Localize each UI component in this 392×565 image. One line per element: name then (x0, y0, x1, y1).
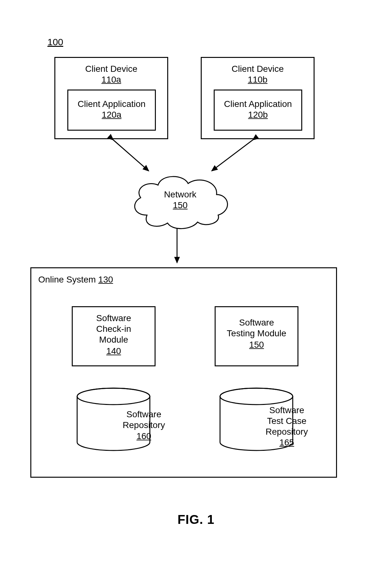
online-system-ref: 130 (98, 275, 113, 284)
network-ref: 150 (123, 200, 237, 211)
software-repo-l2: Repository (106, 420, 182, 431)
testing-ref: 150 (216, 339, 297, 350)
testcase-repo-l2: Test Case (249, 416, 325, 426)
testcase-repo-ref: 165 (249, 437, 325, 448)
network-label: Network (123, 189, 237, 200)
testing-l1: Software (216, 317, 297, 328)
checkin-l3: Module (73, 334, 155, 345)
figure-caption: FIG. 1 (0, 512, 392, 527)
software-checkin-module: Software Check-in Module 140 (72, 306, 156, 366)
software-repo-ref: 160 (106, 431, 182, 442)
software-repo-l1: Software (106, 409, 182, 420)
checkin-ref: 140 (73, 346, 155, 357)
diagram-canvas: 100 Client Device 110a Client Applicatio… (0, 0, 392, 565)
checkin-l1: Software (73, 313, 155, 324)
online-system: Online System 130 Software Check-in Modu… (30, 267, 337, 478)
svg-line-2 (212, 140, 253, 171)
online-system-title: Online System 130 (38, 275, 113, 285)
online-system-label: Online System (38, 275, 96, 284)
software-testing-module: Software Testing Module 150 (215, 306, 298, 366)
checkin-l2: Check-in (73, 324, 155, 334)
testing-l2: Testing Module (216, 328, 297, 339)
testcase-repo-l3: Repository (249, 426, 325, 437)
testcase-repo-l1: Software (249, 405, 325, 416)
svg-line-1 (113, 140, 149, 171)
